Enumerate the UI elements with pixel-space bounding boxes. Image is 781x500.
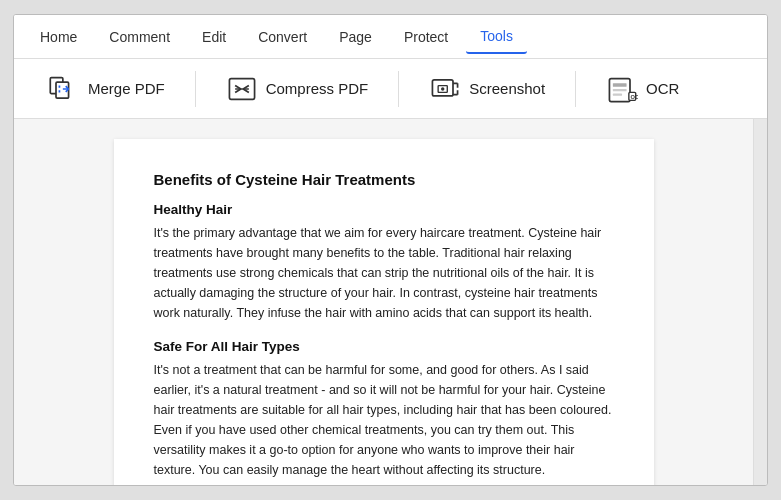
svg-rect-22 [613, 89, 627, 91]
compress-pdf-button[interactable]: Compress PDF [208, 65, 387, 113]
menu-item-comment[interactable]: Comment [95, 21, 184, 53]
screenshot-label: Screenshot [469, 80, 545, 97]
separator-2 [398, 71, 399, 107]
section-body-1: It's not a treatment that can be harmful… [154, 360, 614, 480]
merge-icon [48, 73, 80, 105]
separator-3 [575, 71, 576, 107]
merge-pdf-button[interactable]: Merge PDF [30, 65, 183, 113]
screenshot-button[interactable]: Screenshot [411, 65, 563, 113]
compress-icon [226, 73, 258, 105]
menu-item-protect[interactable]: Protect [390, 21, 462, 53]
document-area: Benefits of Cysteine Hair Treatments Hea… [14, 119, 753, 485]
menu-bar: Home Comment Edit Convert Page Protect T… [14, 15, 767, 59]
app-window: Home Comment Edit Convert Page Protect T… [13, 14, 768, 486]
section-heading-1: Safe For All Hair Types [154, 339, 614, 354]
screenshot-icon [429, 73, 461, 105]
section-heading-0: Healthy Hair [154, 202, 614, 217]
document-page: Benefits of Cysteine Hair Treatments Hea… [114, 139, 654, 485]
svg-point-19 [441, 87, 444, 90]
content-area: Benefits of Cysteine Hair Treatments Hea… [14, 119, 767, 485]
section-body-0: It's the primary advantage that we aim f… [154, 223, 614, 323]
menu-item-page[interactable]: Page [325, 21, 386, 53]
compress-pdf-label: Compress PDF [266, 80, 369, 97]
merge-pdf-label: Merge PDF [88, 80, 165, 97]
menu-item-tools[interactable]: Tools [466, 20, 527, 54]
ocr-icon: OCR [606, 73, 638, 105]
menu-item-edit[interactable]: Edit [188, 21, 240, 53]
ocr-button[interactable]: OCR OCR [588, 65, 697, 113]
svg-rect-23 [613, 93, 622, 95]
separator-1 [195, 71, 196, 107]
svg-rect-21 [613, 83, 627, 86]
document-title: Benefits of Cysteine Hair Treatments [154, 171, 614, 188]
right-panel [753, 119, 767, 485]
toolbar: Merge PDF Compress PDF [14, 59, 767, 119]
svg-text:OCR: OCR [631, 94, 638, 100]
menu-item-convert[interactable]: Convert [244, 21, 321, 53]
menu-item-home[interactable]: Home [26, 21, 91, 53]
ocr-label: OCR [646, 80, 679, 97]
